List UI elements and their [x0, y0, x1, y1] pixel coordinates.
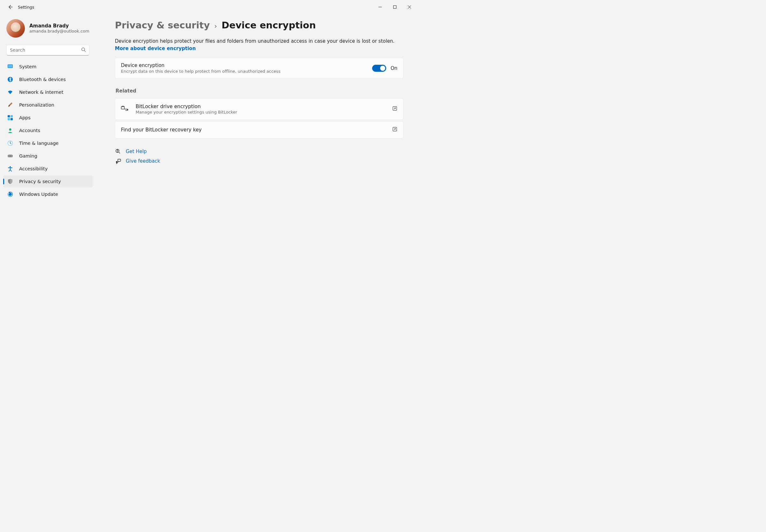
- card-subtitle: Encrypt data on this device to help prot…: [121, 69, 367, 74]
- svg-point-9: [9, 129, 11, 131]
- monitor-icon: [7, 63, 13, 70]
- lock-drive-icon: [121, 106, 129, 112]
- breadcrumb: Privacy & security › Device encryption: [115, 20, 404, 31]
- accessibility-icon: [7, 166, 13, 172]
- encryption-toggle[interactable]: [372, 65, 386, 72]
- bluetooth-icon: [7, 76, 13, 83]
- svg-rect-7: [8, 118, 10, 120]
- nav-label: Accessibility: [19, 166, 48, 171]
- nav-accounts[interactable]: Accounts: [3, 124, 93, 137]
- profile-email: amanda.brady@outlook.com: [29, 29, 89, 34]
- update-icon: [7, 191, 13, 197]
- page-description: Device encryption helps protect your fil…: [115, 38, 404, 52]
- nav-label: Windows Update: [19, 192, 58, 197]
- nav-bluetooth[interactable]: Bluetooth & devices: [3, 73, 93, 85]
- search-box[interactable]: [6, 45, 89, 55]
- svg-point-15: [10, 166, 11, 167]
- shield-icon: [7, 178, 13, 185]
- chevron-right-icon: ›: [214, 22, 217, 30]
- minimize-button[interactable]: [373, 2, 388, 12]
- sidebar: Amanda Brady amanda.brady@outlook.com Sy…: [0, 14, 96, 292]
- titlebar: Settings: [0, 0, 420, 14]
- related-heading: Related: [115, 88, 404, 94]
- svg-point-18: [127, 110, 128, 110]
- svg-point-14: [11, 156, 12, 156]
- nav-label: System: [19, 64, 36, 69]
- arrow-left-icon: [8, 4, 13, 10]
- nav-privacy-security[interactable]: Privacy & security: [3, 175, 93, 188]
- nav-accessibility[interactable]: Accessibility: [3, 163, 93, 175]
- wifi-icon: [7, 89, 13, 95]
- nav-personalization[interactable]: Personalization: [3, 99, 93, 111]
- svg-point-13: [9, 156, 9, 156]
- svg-rect-5: [8, 115, 10, 117]
- svg-rect-3: [8, 65, 12, 68]
- svg-rect-0: [394, 6, 397, 9]
- minimize-icon: [378, 5, 382, 9]
- nav-list: System Bluetooth & devices Network & int…: [3, 61, 93, 200]
- paintbrush-icon: [7, 102, 13, 108]
- nav-system[interactable]: System: [3, 61, 93, 73]
- learn-more-link[interactable]: More about device encryption: [115, 46, 196, 51]
- bitlocker-card[interactable]: BitLocker drive encryption Manage your e…: [115, 98, 404, 120]
- nav-label: Personalization: [19, 102, 54, 107]
- svg-point-1: [82, 48, 85, 50]
- search-input[interactable]: [10, 48, 81, 53]
- window-title: Settings: [18, 5, 34, 10]
- nav-windows-update[interactable]: Windows Update: [3, 188, 93, 200]
- breadcrumb-parent[interactable]: Privacy & security: [115, 20, 210, 31]
- card-title: Device encryption: [121, 63, 367, 68]
- recovery-key-card[interactable]: Find your BitLocker recovery key: [115, 121, 404, 138]
- svg-point-23: [116, 161, 117, 163]
- open-external-icon: [392, 106, 398, 112]
- close-icon: [408, 5, 411, 9]
- nav-label: Gaming: [19, 153, 37, 159]
- maximize-icon: [393, 5, 397, 9]
- nav-label: Privacy & security: [19, 179, 61, 184]
- related-subtitle: Manage your encryption settings using Bi…: [136, 110, 385, 115]
- toggle-state-label: On: [391, 65, 398, 71]
- svg-rect-24: [118, 159, 121, 161]
- get-help-link[interactable]: Get Help: [115, 149, 404, 154]
- page-title: Device encryption: [221, 20, 316, 31]
- svg-rect-6: [11, 115, 13, 117]
- device-encryption-card: Device encryption Encrypt data on this d…: [115, 58, 404, 78]
- profile-block[interactable]: Amanda Brady amanda.brady@outlook.com: [3, 17, 93, 43]
- nav-label: Bluetooth & devices: [19, 77, 66, 82]
- nav-label: Apps: [19, 115, 31, 120]
- give-feedback-link[interactable]: Give feedback: [115, 158, 404, 164]
- nav-label: Network & internet: [19, 90, 63, 95]
- nav-network[interactable]: Network & internet: [3, 86, 93, 98]
- nav-gaming[interactable]: Gaming: [3, 150, 93, 162]
- search-icon: [81, 47, 86, 53]
- gamepad-icon: [7, 153, 13, 159]
- maximize-button[interactable]: [388, 2, 402, 12]
- main-content: Privacy & security › Device encryption D…: [96, 14, 420, 292]
- profile-name: Amanda Brady: [29, 23, 89, 29]
- svg-rect-12: [8, 155, 13, 157]
- close-button[interactable]: [402, 2, 417, 12]
- open-external-icon: [392, 127, 398, 133]
- svg-rect-17: [121, 107, 124, 109]
- nav-apps[interactable]: Apps: [3, 112, 93, 124]
- nav-time-language[interactable]: Time & language: [3, 137, 93, 149]
- back-button[interactable]: [6, 3, 14, 11]
- help-icon: [115, 149, 121, 154]
- nav-label: Time & language: [19, 141, 59, 146]
- svg-rect-8: [11, 118, 13, 120]
- svg-point-22: [117, 152, 118, 152]
- related-title: BitLocker drive encryption: [136, 104, 385, 109]
- apps-icon: [7, 115, 13, 121]
- nav-label: Accounts: [19, 128, 40, 133]
- feedback-icon: [115, 158, 121, 164]
- person-icon: [7, 127, 13, 134]
- clock-globe-icon: [7, 140, 13, 146]
- avatar: [6, 19, 25, 38]
- related-title: Find your BitLocker recovery key: [121, 127, 385, 133]
